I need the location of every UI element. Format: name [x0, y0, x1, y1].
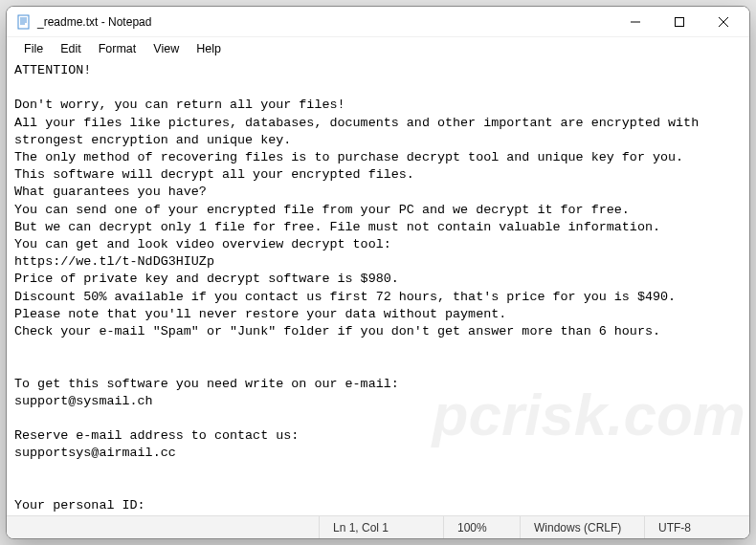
menu-file[interactable]: File — [16, 40, 51, 57]
close-button[interactable] — [701, 8, 745, 36]
menubar: File Edit Format View Help — [7, 37, 749, 60]
menu-edit[interactable]: Edit — [53, 40, 89, 57]
menu-help[interactable]: Help — [189, 40, 229, 57]
maximize-button[interactable] — [657, 8, 701, 36]
text-editor[interactable]: ATTENTION! Don't worry, you can return a… — [7, 60, 749, 515]
menu-view[interactable]: View — [145, 40, 187, 57]
content-area: ATTENTION! Don't worry, you can return a… — [7, 60, 749, 515]
svg-rect-6 — [676, 17, 684, 26]
notepad-window: _readme.txt - Notepad File Edit Format V… — [6, 6, 750, 539]
statusbar: Ln 1, Col 1 100% Windows (CRLF) UTF-8 — [7, 515, 749, 538]
status-zoom: 100% — [443, 516, 520, 538]
status-position: Ln 1, Col 1 — [319, 516, 443, 538]
titlebar: _readme.txt - Notepad — [7, 7, 749, 37]
status-encoding: UTF-8 — [644, 516, 749, 538]
notepad-icon — [16, 14, 32, 30]
window-title: _readme.txt - Notepad — [37, 15, 151, 29]
menu-format[interactable]: Format — [91, 40, 145, 57]
status-line-ending: Windows (CRLF) — [520, 516, 644, 538]
minimize-button[interactable] — [613, 8, 657, 36]
